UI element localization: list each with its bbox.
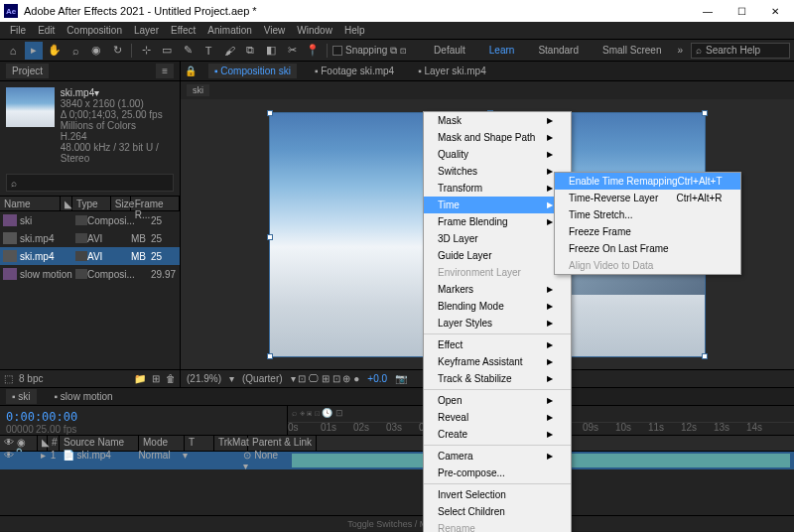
project-item[interactable]: ski.mp4AVIMB25 [0,229,180,247]
timeline-panel: ▪ ski▪ slow motion 0:00:00:00 00000 25.0… [0,387,794,531]
project-thumbnail [6,87,55,127]
menu-item-markers[interactable]: Markers▶ [424,281,571,298]
project-tab[interactable]: Project [6,64,49,78]
workspace-standard[interactable]: Standard [530,43,587,58]
workspace-learn[interactable]: Learn [481,43,523,58]
menu-item-freeze-on-last-frame[interactable]: Freeze On Last Frame [555,240,740,257]
menu-window[interactable]: Window [291,23,338,38]
menu-item-mask-and-shape-path[interactable]: Mask and Shape Path▶ [424,129,571,146]
context-submenu-time: Enable Time RemappingCtrl+Alt+TTime-Reve… [554,172,741,275]
pen-tool[interactable]: ✎ [179,42,197,60]
search-icon: ⌕ [11,178,17,189]
zoom-tool[interactable]: ⌕ [66,42,84,60]
project-footer: ⬚ 8 bpc 📁 ⊞ 🗑 [0,369,180,387]
menu-item-track-stabilize[interactable]: Track & Stabilize▶ [424,370,571,387]
eraser-tool[interactable]: ◧ [262,42,280,60]
project-item[interactable]: ski.mp4AVIMB25 [0,247,180,265]
menu-item-select-children[interactable]: Select Children [424,503,571,520]
comp-tab[interactable]: ▪ Layer ski.mp4 [412,64,492,78]
menubar: FileEditCompositionLayerEffectAnimationV… [0,22,794,40]
current-time[interactable]: 0:00:00:00 [6,410,281,424]
menu-item-rename: Rename [424,520,571,532]
menu-item-transform[interactable]: Transform▶ [424,180,571,197]
comp-tab[interactable]: ▪ Footage ski.mp4 [309,64,400,78]
new-comp-icon[interactable]: ⊞ [152,373,160,384]
comp-tab[interactable]: ▪ Composition ski [208,64,297,78]
close-button[interactable]: ✕ [760,1,790,21]
bpc-button[interactable]: 8 bpc [19,373,43,384]
home-tool[interactable]: ⌂ [4,42,22,60]
search-help[interactable]: ⌕ Search Help [691,43,790,59]
workspace-more[interactable]: » [677,45,683,56]
menu-item-mask[interactable]: Mask▶ [424,112,571,129]
menu-layer[interactable]: Layer [128,23,165,38]
menu-item-reveal[interactable]: Reveal▶ [424,409,571,426]
menu-item-time-reverse-layer[interactable]: Time-Reverse LayerCtrl+Alt+R [555,190,740,206]
menu-item-switches[interactable]: Switches▶ [424,163,571,180]
menu-item-environment-layer: Environment Layer [424,264,571,281]
panel-menu-icon[interactable]: ≡ [156,64,174,78]
resolution[interactable]: (Quarter) [242,373,283,384]
menu-item-time-stretch-[interactable]: Time Stretch... [555,206,740,223]
timeline-tab[interactable]: ▪ ski [6,389,37,404]
brush-tool[interactable]: 🖌 [220,42,238,60]
menu-file[interactable]: File [4,23,32,38]
workspace-small[interactable]: Small Screen [595,43,669,58]
project-columns: Name ◣ Type Size Frame R... [0,196,180,211]
project-list[interactable]: skiComposi...25ski.mp4AVIMB25ski.mp4AVIM… [0,211,180,369]
project-search[interactable]: ⌕ [6,174,174,192]
project-item[interactable]: skiComposi...25 [0,211,180,229]
menu-item-create[interactable]: Create▶ [424,426,571,443]
timeline-tab[interactable]: ▪ slow motion [49,389,119,404]
menu-item-blending-mode[interactable]: Blending Mode▶ [424,298,571,315]
menu-item-guide-layer[interactable]: Guide Layer [424,247,571,264]
menu-item-quality[interactable]: Quality▶ [424,146,571,163]
snapping-toggle[interactable]: Snapping ⧉ ⊡ [332,45,406,57]
roto-tool[interactable]: ✂ [283,42,301,60]
zoom-level[interactable]: (21.9%) [187,373,221,384]
titlebar: Ae Adobe After Effects 2021 - Untitled P… [0,0,794,22]
interpret-icon[interactable]: ⬚ [4,373,13,384]
snapping-checkbox[interactable] [332,46,342,56]
menu-item-freeze-frame[interactable]: Freeze Frame [555,223,740,240]
clone-tool[interactable]: ⧉ [241,42,259,60]
delete-icon[interactable]: 🗑 [166,373,176,384]
search-icon: ⌕ [696,45,702,56]
orbit-tool[interactable]: ◉ [87,42,105,60]
workspace-default[interactable]: Default [426,43,473,58]
hand-tool[interactable]: ✋ [46,42,64,60]
selection-tool[interactable]: ▸ [25,42,43,60]
toolbar: ⌂ ▸ ✋ ⌕ ◉ ↻ ⊹ ▭ ✎ T 🖌 ⧉ ◧ ✂ 📍 Snapping ⧉… [0,40,794,62]
timeline-layer-row[interactable]: 👁 ▸ 1 📄 ski.mp4 Normal ▾ ⊙ None ▾ [0,452,794,469]
rect-tool[interactable]: ▭ [158,42,176,60]
anchor-tool[interactable]: ⊹ [137,42,155,60]
menu-item-layer-styles[interactable]: Layer Styles▶ [424,315,571,332]
menu-item-enable-time-remapping[interactable]: Enable Time RemappingCtrl+Alt+T [555,173,740,190]
new-folder-icon[interactable]: 📁 [134,373,146,384]
project-item[interactable]: slow motionComposi...29.97 [0,265,180,283]
timeline-footer[interactable]: Toggle Switches / Modes [0,515,794,531]
menu-item-camera[interactable]: Camera▶ [424,448,571,465]
menu-composition[interactable]: Composition [61,23,128,38]
menu-item-frame-blending[interactable]: Frame Blending▶ [424,213,571,230]
menu-item-effect[interactable]: Effect▶ [424,336,571,353]
minimize-button[interactable]: — [693,1,723,21]
menu-item-open[interactable]: Open▶ [424,392,571,409]
menu-item-invert-selection[interactable]: Invert Selection [424,486,571,503]
menu-item-keyframe-assistant[interactable]: Keyframe Assistant▶ [424,353,571,370]
menu-item--d-layer[interactable]: 3D Layer [424,230,571,247]
puppet-tool[interactable]: 📍 [304,42,322,60]
exposure[interactable]: +0.0 [367,373,387,384]
menu-item-time[interactable]: Time▶ [424,197,571,213]
menu-effect[interactable]: Effect [165,23,201,38]
maximize-button[interactable]: ☐ [727,1,756,21]
menu-edit[interactable]: Edit [32,23,61,38]
rotation-tool[interactable]: ↻ [108,42,126,60]
menu-animation[interactable]: Animation [201,23,257,38]
menu-help[interactable]: Help [338,23,371,38]
lock-icon[interactable]: 🔒 [185,66,197,76]
menu-item-pre-compose-[interactable]: Pre-compose... [424,465,571,481]
comp-chip[interactable]: ski [187,84,209,96]
text-tool[interactable]: T [199,42,217,60]
menu-view[interactable]: View [258,23,292,38]
